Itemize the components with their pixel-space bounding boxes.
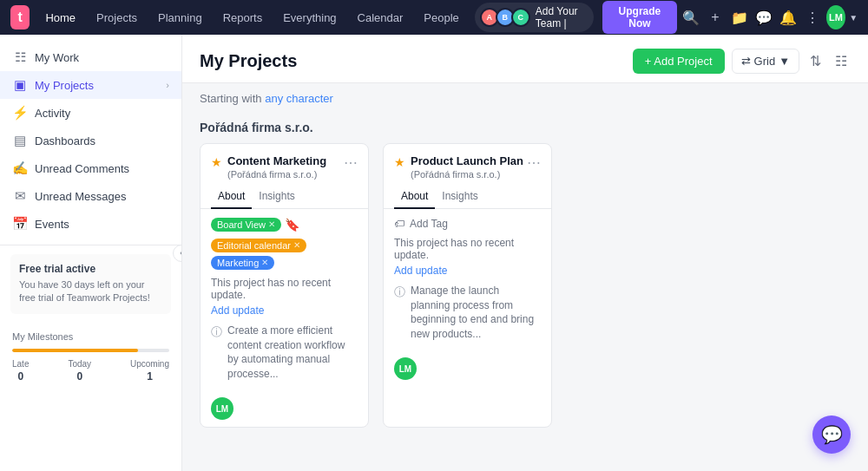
sidebar-item-events[interactable]: 📅 Events [0,210,181,238]
milestone-late: Late 0 [12,359,29,383]
tab-insights-1[interactable]: Insights [252,185,301,209]
nav-home[interactable]: Home [36,8,84,28]
grid-view-icon: ⇄ [741,55,751,68]
tab-about-2[interactable]: About [394,185,435,209]
main-actions: + Add Project ⇄ Grid ▼ ⇅ ☷ [633,49,851,74]
messages-icon: ✉ [12,188,28,204]
sidebar-divider [0,245,181,245]
project-card-product-launch: ★ Product Launch Plan (Pořádná firma s.r… [383,143,552,428]
sidebar-collapse-button[interactable]: ‹ [173,245,182,262]
sidebar-item-mywork[interactable]: ☷ My Work [0,43,181,71]
milestones-bar [12,349,169,352]
milestone-today-label: Today [68,359,91,369]
view-selector[interactable]: ⇄ Grid ▼ [732,49,799,74]
project-desc-2: ⓘ Manage the launch planning process fro… [394,284,541,342]
comments-icon: ✍ [12,160,28,176]
tag-boardview-close[interactable]: ✕ [268,219,275,229]
card-body-1: Board View ✕ 🔖 Editorial calendar ✕ Mark… [201,209,368,390]
nav-everything[interactable]: Everything [274,8,345,28]
member-avatar-1: LM [211,397,233,420]
chat-icon[interactable]: 💬 [753,4,774,30]
milestone-upcoming-count: 1 [147,370,153,383]
nav-planning[interactable]: Planning [149,8,211,28]
milestone-upcoming-label: Upcoming [130,359,169,369]
search-icon[interactable]: 🔍 [681,4,701,30]
activity-icon: ⚡ [12,105,28,121]
filter-text: Starting with any character [182,83,868,110]
add-project-button[interactable]: + Add Project [633,49,725,74]
add-team-button[interactable]: A B C Add Your Team | [475,3,594,32]
filter-link[interactable]: any character [265,92,333,105]
info-icon-2: ⓘ [394,285,405,342]
sidebar: ‹ ☷ My Work ▣ My Projects › ⚡ Activity ▤… [0,35,182,471]
tab-about-1[interactable]: About [211,185,252,209]
free-trial-title: Free trial active [19,263,162,275]
milestone-late-label: Late [12,359,29,369]
grid-icon[interactable]: ⋮ [802,4,823,30]
main-content: My Projects + Add Project ⇄ Grid ▼ ⇅ ☷ S… [182,35,868,471]
chat-bubble-icon: 💬 [821,424,843,445]
project-name-2: Product Launch Plan [411,154,523,169]
sidebar-item-activity[interactable]: ⚡ Activity [0,99,181,127]
milestone-late-count: 0 [17,370,23,383]
sidebar-item-dashboards[interactable]: ▤ Dashboards [0,127,181,154]
free-trial-desc: You have 30 days left on your free trial… [19,278,162,305]
mywork-icon: ☷ [12,49,28,65]
card-header-1: ★ Content Marketing (Pořádná firma s.r.o… [201,144,368,185]
tag-bookmark-icon: 🔖 [285,218,299,232]
myprojects-chevron: › [166,80,169,90]
tag-marketing-close[interactable]: ✕ [261,258,268,267]
sidebar-item-unread-messages[interactable]: ✉ Unread Messages [0,182,181,210]
filter-button[interactable]: ☷ [832,49,851,73]
milestones-bar-fill [12,349,138,352]
team-avatar-3: C [511,8,530,27]
bell-icon[interactable]: 🔔 [778,4,799,30]
dashboards-icon: ▤ [12,133,28,148]
nav-people[interactable]: People [415,8,467,28]
add-update-link-2[interactable]: Add update [394,265,541,277]
card-tabs-1: About Insights [201,185,368,209]
nav-reports[interactable]: Reports [214,8,272,28]
user-menu-chevron[interactable]: ▼ [849,13,858,23]
add-tag-label[interactable]: Add Tag [410,218,448,230]
member-avatar-2: LM [394,357,417,380]
milestones-counts: Late 0 Today 0 Upcoming 1 [12,359,169,383]
card-menu-1[interactable]: ⋯ [344,154,358,171]
chat-bubble[interactable]: 💬 [812,415,851,454]
sort-button[interactable]: ⇅ [806,49,825,73]
tag-boardview: Board View ✕ [211,218,281,232]
add-team-label: Add Your Team | [536,5,585,29]
tag-marketing: Marketing ✕ [211,256,274,270]
folder-icon[interactable]: 📁 [729,4,750,30]
project-card-content-marketing: ★ Content Marketing (Pořádná firma s.r.o… [200,143,369,428]
milestones-title: My Milestones [12,331,169,342]
sidebar-item-unread-comments[interactable]: ✍ Unread Comments [0,154,181,182]
no-update-text-1: This project has no recent update. [211,277,358,301]
card-body-2: 🏷 Add Tag This project has no recent upd… [384,209,551,350]
filter-prefix: Starting with [200,92,262,105]
tab-insights-2[interactable]: Insights [435,185,484,209]
user-avatar[interactable]: LM [826,5,845,29]
section-title: Pořádná firma s.r.o. [182,110,868,143]
star-button-1[interactable]: ★ [211,155,222,169]
free-trial-box: Free trial active You have 30 days left … [10,254,171,314]
tag-row-1b: Editorial calendar ✕ Marketing ✕ [211,239,358,270]
milestones-section: My Milestones Late 0 Today 0 Upcoming 1 [0,323,181,391]
projects-icon: ▣ [12,77,28,93]
projects-grid: ★ Content Marketing (Pořádná firma s.r.o… [182,143,868,445]
card-menu-2[interactable]: ⋯ [527,154,541,171]
star-button-2[interactable]: ★ [394,155,405,169]
add-icon[interactable]: + [705,4,726,30]
add-update-link-1[interactable]: Add update [211,304,358,317]
logo[interactable]: t [10,5,30,29]
nav-projects[interactable]: Projects [88,8,146,28]
tag-editorial: Editorial calendar ✕ [211,239,306,252]
project-name-1: Content Marketing [227,154,326,169]
upgrade-button[interactable]: Upgrade Now [602,1,677,34]
tag-icon-2: 🏷 [394,218,404,230]
info-icon-1: ⓘ [211,324,222,382]
sidebar-item-myprojects[interactable]: ▣ My Projects › [0,71,181,99]
nav-calendar[interactable]: Calendar [349,8,412,28]
main-header: My Projects + Add Project ⇄ Grid ▼ ⇅ ☷ [182,35,868,83]
tag-editorial-close[interactable]: ✕ [293,240,300,250]
